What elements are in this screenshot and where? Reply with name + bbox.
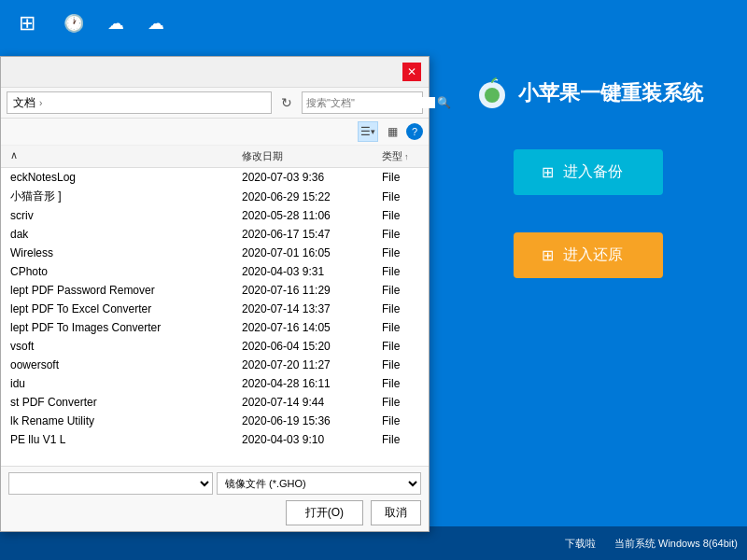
file-type: File (373, 432, 429, 447)
file-date: 2020-04-28 16:11 (233, 376, 373, 391)
file-name: PE llu V1 L (1, 432, 233, 447)
right-panel: 小苹果一键重装系统 ⊞ 进入备份 ⊞ 进入还原 (430, 47, 747, 526)
breadcrumb[interactable]: 文档 › (7, 91, 272, 114)
col-header-name[interactable]: ∧ (1, 147, 233, 165)
file-date: 2020-04-03 9:31 (233, 264, 373, 279)
file-list-header: ∧ 修改日期 类型 ↑ (1, 146, 429, 168)
table-row[interactable]: lept PDF To Excel Converter2020-07-14 13… (1, 300, 429, 318)
refresh-icon: ↻ (281, 95, 292, 110)
backup-win-icon: ⊞ (542, 163, 554, 181)
search-box: 🔍 (302, 91, 423, 114)
close-button[interactable]: ✕ (402, 63, 421, 81)
table-row[interactable]: dak2020-06-17 15:47File (1, 225, 429, 244)
file-date: 2020-05-28 11:06 (233, 208, 373, 223)
col-type-label: 类型 (382, 149, 402, 163)
file-name: eckNotesLog (1, 170, 233, 185)
cancel-button[interactable]: 取消 (371, 500, 421, 525)
details-view-button[interactable]: ▦ (382, 121, 402, 142)
backup-button[interactable]: ⊞ 进入备份 (514, 149, 663, 195)
details-view-icon: ▦ (388, 125, 398, 138)
list-view-button[interactable]: ☰ ▾ (358, 121, 378, 142)
file-type: File (373, 208, 429, 223)
table-row[interactable]: lk Rename Utility2020-06-19 15:36File (1, 412, 429, 430)
top-icons: 🕐 ☁ ☁ (63, 13, 164, 34)
file-type: File (373, 264, 429, 279)
file-date: 2020-04-03 9:10 (233, 432, 373, 447)
file-name: 小猫音形 ] (1, 188, 233, 205)
file-list-container: ∧ 修改日期 类型 ↑ eckNotesLog2020-07-03 9:36Fi… (1, 146, 429, 466)
file-date: 2020-06-19 15:36 (233, 413, 373, 428)
filename-select[interactable] (8, 472, 213, 495)
file-date: 2020-06-17 15:47 (233, 227, 373, 242)
cloud-icon-2: ☁ (148, 13, 164, 34)
help-icon: ? (412, 126, 417, 137)
view-toolbar: ☰ ▾ ▦ ? (1, 119, 429, 146)
file-type: File (373, 395, 429, 410)
table-row[interactable]: lept PDF To Images Converter2020-07-16 1… (1, 318, 429, 337)
file-type: File (373, 301, 429, 316)
search-input[interactable] (306, 97, 435, 108)
file-date: 2020-07-16 14:05 (233, 320, 373, 335)
table-row[interactable]: st PDF Converter2020-07-14 9:44File (1, 393, 429, 412)
apple-svg-icon (473, 75, 511, 112)
table-row[interactable]: vsoft2020-06-04 15:20File (1, 337, 429, 356)
dialog-bottom-row1: 镜像文件 (*.GHO) (8, 472, 421, 495)
file-type: File (373, 245, 429, 260)
table-row[interactable]: oowersoft2020-07-20 11:27File (1, 356, 429, 374)
file-type: File (373, 170, 429, 185)
table-row[interactable]: scriv2020-05-28 11:06File (1, 206, 429, 225)
file-type: File (373, 376, 429, 391)
restore-win-icon: ⊞ (542, 246, 554, 264)
search-icon: 🔍 (437, 96, 451, 109)
refresh-button[interactable]: ↻ (275, 91, 298, 114)
file-name: lept PDF To Images Converter (1, 320, 233, 335)
file-date: 2020-07-03 9:36 (233, 170, 373, 185)
file-date: 2020-07-20 11:27 (233, 357, 373, 372)
dialog-bottom-buttons: 打开(O) 取消 (8, 500, 421, 525)
table-row[interactable]: CPhoto2020-04-03 9:31File (1, 262, 429, 281)
col-header-type[interactable]: 类型 ↑ (373, 147, 429, 165)
file-type: File (373, 283, 429, 298)
file-type: File (373, 357, 429, 372)
app-logo: 小苹果一键重装系统 (473, 75, 703, 112)
sort-arrow-icon: ↑ (404, 152, 409, 161)
open-button[interactable]: 打开(O) (286, 500, 363, 525)
file-type: File (373, 189, 429, 204)
dropdown-arrow-icon: ▾ (371, 127, 375, 136)
table-row[interactable]: 小猫音形 ]2020-06-29 15:22File (1, 187, 429, 206)
file-type: File (373, 339, 429, 354)
windows-logo-icon: ⊞ (19, 11, 35, 35)
table-row[interactable]: eckNotesLog2020-07-03 9:36File (1, 168, 429, 187)
table-row[interactable]: PE llu V1 L2020-04-03 9:10File (1, 430, 429, 449)
file-name: dak (1, 227, 233, 242)
file-date: 2020-07-14 9:44 (233, 395, 373, 410)
file-name: scriv (1, 208, 233, 223)
file-name: lept PDF Password Remover (1, 283, 233, 298)
cloud-icon-1: ☁ (107, 13, 124, 34)
table-row[interactable]: lept PDF Password Remover2020-07-16 11:2… (1, 281, 429, 300)
file-date: 2020-07-14 13:37 (233, 301, 373, 316)
file-type: File (373, 227, 429, 242)
col-header-date[interactable]: 修改日期 (233, 147, 373, 165)
file-name: lept PDF To Excel Converter (1, 301, 233, 316)
help-button[interactable]: ? (406, 123, 423, 140)
file-date: 2020-07-16 11:29 (233, 283, 373, 298)
file-type: File (373, 413, 429, 428)
col-date-label: 修改日期 (242, 150, 283, 161)
file-list: eckNotesLog2020-07-03 9:36File小猫音形 ]2020… (1, 168, 429, 466)
file-dialog: ✕ 文档 › ↻ 🔍 ☰ ▾ ▦ ? ∧ (0, 56, 430, 532)
up-arrow-icon: ∧ (10, 149, 18, 161)
dialog-titlebar: ✕ (1, 57, 429, 88)
table-row[interactable]: idu2020-04-28 16:11File (1, 374, 429, 393)
backup-label: 进入备份 (563, 162, 623, 182)
file-name: Wireless (1, 245, 233, 260)
file-name: idu (1, 376, 233, 391)
file-type: File (373, 320, 429, 335)
table-row[interactable]: Wireless2020-07-01 16:05File (1, 244, 429, 262)
restore-button[interactable]: ⊞ 进入还原 (514, 232, 663, 278)
win-topbar: ⊞ 🕐 ☁ ☁ (0, 0, 747, 47)
breadcrumb-text: 文档 (13, 95, 35, 111)
clock-icon: 🕐 (63, 13, 84, 34)
dialog-bottom: 镜像文件 (*.GHO) 打开(O) 取消 (1, 466, 429, 531)
filetype-select[interactable]: 镜像文件 (*.GHO) (217, 472, 421, 495)
